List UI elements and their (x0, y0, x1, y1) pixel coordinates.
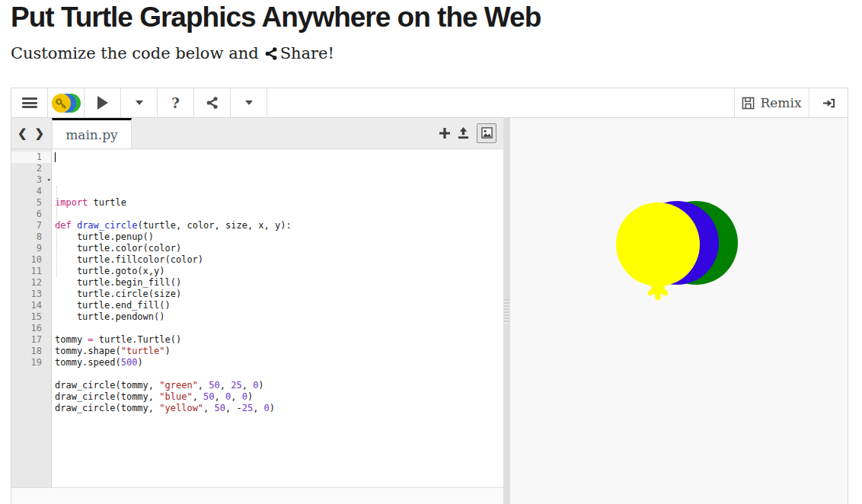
code-editor[interactable]: 123▾45678910111213141516171819 import tu… (11, 149, 503, 487)
code-line[interactable]: def draw_circle(turtle, color, size, x, … (55, 220, 503, 231)
line-number: 12 (11, 277, 51, 289)
code-line[interactable]: tommy.speed(500) (55, 357, 503, 368)
line-number: 6 (11, 209, 51, 220)
menu-button[interactable] (11, 88, 48, 117)
tab-bar: ❮ ❯ main.py (11, 118, 503, 149)
line-number: 7 (11, 220, 51, 231)
line-number: 16 (11, 323, 51, 334)
fold-arrow-icon[interactable]: ▾ (47, 174, 51, 186)
code-line[interactable]: turtle.color(color) (55, 243, 503, 254)
chevron-down-icon (136, 100, 143, 105)
output-pane (510, 118, 848, 504)
line-number: 5 (11, 197, 51, 209)
line-number: 14 (11, 300, 51, 311)
code-line[interactable]: turtle.begin_fill() (55, 277, 503, 289)
code-line[interactable]: turtle.pendown() (55, 311, 503, 323)
tab-main-py[interactable]: main.py (52, 118, 132, 148)
tab-scroll: ❮ ❯ (11, 126, 52, 140)
editor-footer (11, 487, 503, 504)
share-button[interactable] (194, 88, 231, 117)
line-number: 9 (11, 243, 51, 254)
turtle-canvas (510, 118, 848, 504)
line-number: 15 (11, 311, 51, 323)
page-title: Put Turtle Graphics Anywhere on the Web (11, 2, 862, 34)
remix-label: Remix (760, 95, 801, 110)
add-file-icon[interactable] (439, 128, 450, 139)
code-line[interactable]: turtle.fillcolor(color) (55, 254, 503, 266)
tab-label: main.py (65, 127, 118, 142)
line-number: 13 (11, 289, 51, 300)
scroll-right-icon[interactable]: ❯ (35, 126, 45, 140)
tab-actions (439, 123, 503, 143)
upload-icon[interactable] (457, 127, 470, 139)
code-line[interactable]: tommy = turtle.Turtle() (55, 334, 503, 346)
pane-splitter[interactable] (503, 118, 510, 504)
indent-guide (56, 186, 57, 277)
trinket-logo-icon (52, 94, 81, 113)
yellow-circle (616, 203, 700, 286)
line-number: 3▾ (11, 174, 51, 186)
remix-button[interactable]: Remix (734, 88, 809, 117)
code-line[interactable] (55, 368, 503, 380)
subtitle-text: Customize the code below and (11, 44, 259, 62)
editor-pane: ❮ ❯ main.py 123▾456789101112131415161718… (11, 118, 503, 504)
share-icon (206, 97, 219, 109)
image-icon (481, 127, 493, 139)
line-number: 1 (11, 152, 51, 163)
line-number: 17 (11, 334, 51, 346)
line-number: 18 (11, 346, 51, 357)
question-icon: ? (171, 95, 180, 111)
code-line[interactable]: draw_circle(tommy, "green", 50, 25, 0) (55, 380, 503, 391)
chevron-down-icon (245, 100, 253, 105)
sign-in-button[interactable] (809, 88, 848, 117)
subtitle: Customize the code below andShare! (11, 44, 862, 62)
line-number: 11 (11, 266, 51, 277)
line-number: 8 (11, 231, 51, 243)
scroll-left-icon[interactable]: ❮ (18, 126, 27, 140)
turtle-sprite (646, 277, 669, 300)
code-line[interactable]: tommy.shape("turtle") (55, 346, 503, 357)
code-line[interactable]: turtle.end_fill() (55, 300, 503, 311)
trinket-embed: ? Remix ❮ ❯ main.py (11, 88, 848, 504)
panes: ❮ ❯ main.py 123▾456789101112131415161718… (11, 118, 848, 504)
code-line[interactable] (55, 209, 503, 220)
line-number: 4 (11, 186, 51, 197)
code-line[interactable]: turtle.circle(size) (55, 289, 503, 300)
text-cursor (55, 152, 56, 162)
hamburger-icon (22, 97, 37, 108)
code-line[interactable]: draw_circle(tommy, "yellow", 50, -25, 0) (55, 403, 503, 414)
share-label: Share! (280, 44, 334, 62)
run-button[interactable] (85, 88, 121, 117)
code-line[interactable]: draw_circle(tommy, "blue", 50, 0, 0) (55, 391, 503, 403)
splitter-grip-icon (504, 299, 509, 324)
gutter: 123▾45678910111213141516171819 (11, 149, 52, 487)
share-options-button[interactable] (231, 88, 267, 117)
code-line[interactable] (55, 323, 503, 334)
code-area[interactable]: import turtle def draw_circle(turtle, co… (52, 149, 503, 487)
share-icon (265, 47, 278, 60)
code-line[interactable]: import turtle (55, 197, 503, 209)
line-number: 2 (11, 163, 51, 174)
code-line[interactable]: turtle.goto(x,y) (55, 266, 503, 277)
trinket-logo-button[interactable] (48, 88, 85, 117)
save-icon (742, 97, 755, 110)
run-options-button[interactable] (121, 88, 158, 117)
line-number: 19 (11, 357, 51, 368)
toolbar: ? Remix (11, 88, 848, 118)
key-icon (54, 96, 69, 110)
line-number: 10 (11, 254, 51, 266)
image-library-button[interactable] (477, 123, 496, 143)
code-line[interactable]: turtle.penup() (55, 231, 503, 243)
play-icon (97, 96, 108, 110)
sign-in-icon (822, 97, 836, 110)
help-button[interactable]: ? (158, 88, 194, 117)
